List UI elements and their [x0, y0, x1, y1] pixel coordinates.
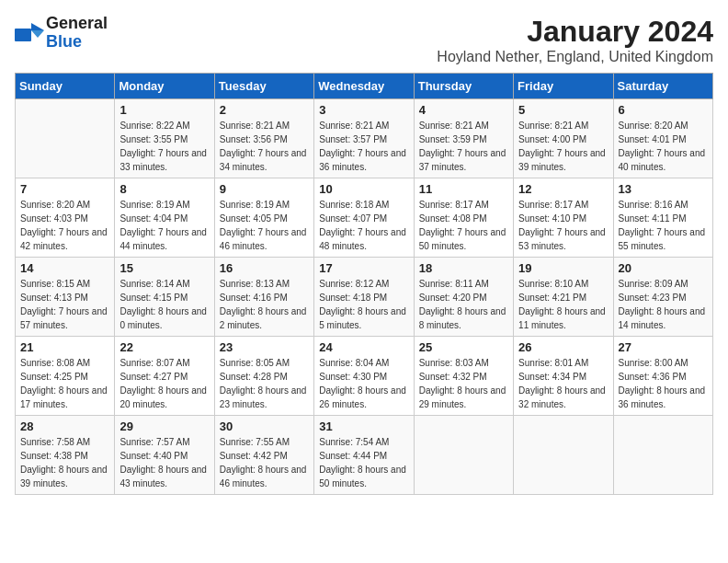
- day-number: 31: [319, 419, 408, 433]
- day-info: Sunrise: 8:14 AMSunset: 4:15 PMDaylight:…: [119, 277, 209, 332]
- day-cell: 31Sunrise: 7:54 AMSunset: 4:44 PMDayligh…: [314, 416, 414, 495]
- day-cell: 18Sunrise: 8:11 AMSunset: 4:20 PMDayligh…: [414, 258, 513, 337]
- day-number: 11: [419, 182, 508, 196]
- month-title: January 2024: [437, 15, 713, 49]
- title-block: January 2024 Hoyland Nether, England, Un…: [437, 15, 713, 65]
- day-info: Sunrise: 8:09 AMSunset: 4:23 PMDaylight:…: [619, 277, 708, 332]
- svg-rect-0: [15, 29, 31, 41]
- day-cell: 8Sunrise: 8:19 AMSunset: 4:04 PMDaylight…: [115, 178, 214, 258]
- day-number: 25: [419, 340, 508, 354]
- header-sunday: Sunday: [16, 74, 115, 99]
- day-cell: 11Sunrise: 8:17 AMSunset: 4:08 PMDayligh…: [414, 178, 513, 258]
- day-info: Sunrise: 8:20 AMSunset: 4:01 PMDaylight:…: [619, 119, 708, 174]
- day-info: Sunrise: 8:19 AMSunset: 4:05 PMDaylight:…: [220, 198, 309, 253]
- day-cell: 17Sunrise: 8:12 AMSunset: 4:18 PMDayligh…: [314, 258, 414, 337]
- day-info: Sunrise: 8:18 AMSunset: 4:07 PMDaylight:…: [319, 198, 408, 253]
- day-number: 21: [20, 340, 109, 354]
- day-number: 26: [518, 340, 608, 354]
- day-number: 16: [220, 261, 309, 275]
- day-number: 13: [619, 182, 708, 196]
- day-number: 28: [20, 419, 109, 433]
- week-row-1: 1Sunrise: 8:22 AMSunset: 3:55 PMDaylight…: [16, 99, 713, 178]
- calendar-table: SundayMondayTuesdayWednesdayThursdayFrid…: [15, 73, 713, 495]
- day-info: Sunrise: 8:17 AMSunset: 4:08 PMDaylight:…: [419, 198, 508, 253]
- page-header: General Blue January 2024 Hoyland Nether…: [15, 15, 713, 65]
- svg-marker-2: [31, 30, 44, 38]
- day-cell: 21Sunrise: 8:08 AMSunset: 4:25 PMDayligh…: [16, 337, 115, 416]
- day-cell: 6Sunrise: 8:20 AMSunset: 4:01 PMDaylight…: [613, 99, 712, 178]
- day-cell: 9Sunrise: 8:19 AMSunset: 4:05 PMDaylight…: [214, 178, 313, 258]
- logo-line2: Blue: [46, 33, 108, 52]
- header-saturday: Saturday: [613, 74, 712, 99]
- day-cell: 28Sunrise: 7:58 AMSunset: 4:38 PMDayligh…: [16, 416, 115, 495]
- day-info: Sunrise: 7:58 AMSunset: 4:38 PMDaylight:…: [20, 435, 109, 490]
- day-number: 4: [419, 103, 508, 117]
- day-cell: 13Sunrise: 8:16 AMSunset: 4:11 PMDayligh…: [613, 178, 712, 258]
- day-info: Sunrise: 8:03 AMSunset: 4:32 PMDaylight:…: [419, 356, 508, 411]
- day-number: 5: [518, 103, 608, 117]
- day-number: 1: [119, 103, 209, 117]
- day-info: Sunrise: 8:21 AMSunset: 3:57 PMDaylight:…: [319, 119, 408, 174]
- day-number: 17: [319, 261, 408, 275]
- day-info: Sunrise: 8:21 AMSunset: 4:00 PMDaylight:…: [518, 119, 608, 174]
- day-info: Sunrise: 7:55 AMSunset: 4:42 PMDaylight:…: [220, 435, 309, 490]
- location-subtitle: Hoyland Nether, England, United Kingdom: [437, 49, 713, 65]
- week-row-2: 7Sunrise: 8:20 AMSunset: 4:03 PMDaylight…: [16, 178, 713, 258]
- week-row-3: 14Sunrise: 8:15 AMSunset: 4:13 PMDayligh…: [16, 258, 713, 337]
- day-cell: 1Sunrise: 8:22 AMSunset: 3:55 PMDaylight…: [115, 99, 214, 178]
- header-wednesday: Wednesday: [314, 74, 414, 99]
- day-cell: 26Sunrise: 8:01 AMSunset: 4:34 PMDayligh…: [514, 337, 613, 416]
- day-cell: [514, 416, 613, 495]
- day-number: 7: [20, 182, 109, 196]
- day-number: 6: [619, 103, 708, 117]
- header-tuesday: Tuesday: [214, 74, 313, 99]
- day-cell: 20Sunrise: 8:09 AMSunset: 4:23 PMDayligh…: [613, 258, 712, 337]
- day-info: Sunrise: 8:21 AMSunset: 3:59 PMDaylight:…: [419, 119, 508, 174]
- day-info: Sunrise: 8:20 AMSunset: 4:03 PMDaylight:…: [20, 198, 109, 253]
- day-number: 10: [319, 182, 408, 196]
- day-cell: [613, 416, 712, 495]
- day-info: Sunrise: 8:19 AMSunset: 4:04 PMDaylight:…: [119, 198, 209, 253]
- day-cell: 23Sunrise: 8:05 AMSunset: 4:28 PMDayligh…: [214, 337, 313, 416]
- day-info: Sunrise: 8:22 AMSunset: 3:55 PMDaylight:…: [119, 119, 209, 174]
- day-info: Sunrise: 8:08 AMSunset: 4:25 PMDaylight:…: [20, 356, 109, 411]
- logo-icon: [15, 21, 44, 45]
- day-info: Sunrise: 7:54 AMSunset: 4:44 PMDaylight:…: [319, 435, 408, 490]
- day-number: 24: [319, 340, 408, 354]
- day-info: Sunrise: 8:13 AMSunset: 4:16 PMDaylight:…: [220, 277, 309, 332]
- day-info: Sunrise: 8:15 AMSunset: 4:13 PMDaylight:…: [20, 277, 109, 332]
- logo-line1: General: [46, 15, 108, 33]
- day-cell: 25Sunrise: 8:03 AMSunset: 4:32 PMDayligh…: [414, 337, 513, 416]
- day-cell: 10Sunrise: 8:18 AMSunset: 4:07 PMDayligh…: [314, 178, 414, 258]
- day-cell: [16, 99, 115, 178]
- day-number: 30: [220, 419, 309, 433]
- day-cell: 24Sunrise: 8:04 AMSunset: 4:30 PMDayligh…: [314, 337, 414, 416]
- day-number: 14: [20, 261, 109, 275]
- day-cell: 3Sunrise: 8:21 AMSunset: 3:57 PMDaylight…: [314, 99, 414, 178]
- day-info: Sunrise: 8:11 AMSunset: 4:20 PMDaylight:…: [419, 277, 508, 332]
- day-cell: 12Sunrise: 8:17 AMSunset: 4:10 PMDayligh…: [514, 178, 613, 258]
- week-row-4: 21Sunrise: 8:08 AMSunset: 4:25 PMDayligh…: [16, 337, 713, 416]
- day-cell: 16Sunrise: 8:13 AMSunset: 4:16 PMDayligh…: [214, 258, 313, 337]
- day-number: 18: [419, 261, 508, 275]
- day-number: 15: [119, 261, 209, 275]
- day-number: 23: [220, 340, 309, 354]
- day-info: Sunrise: 8:17 AMSunset: 4:10 PMDaylight:…: [518, 198, 608, 253]
- header-thursday: Thursday: [414, 74, 513, 99]
- day-info: Sunrise: 8:21 AMSunset: 3:56 PMDaylight:…: [220, 119, 309, 174]
- logo: General Blue: [15, 15, 108, 52]
- day-cell: 2Sunrise: 8:21 AMSunset: 3:56 PMDaylight…: [214, 99, 313, 178]
- day-cell: [414, 416, 513, 495]
- header-friday: Friday: [514, 74, 613, 99]
- day-cell: 15Sunrise: 8:14 AMSunset: 4:15 PMDayligh…: [115, 258, 214, 337]
- day-cell: 27Sunrise: 8:00 AMSunset: 4:36 PMDayligh…: [613, 337, 712, 416]
- day-cell: 5Sunrise: 8:21 AMSunset: 4:00 PMDaylight…: [514, 99, 613, 178]
- week-row-5: 28Sunrise: 7:58 AMSunset: 4:38 PMDayligh…: [16, 416, 713, 495]
- header-row: SundayMondayTuesdayWednesdayThursdayFrid…: [16, 74, 713, 99]
- day-number: 19: [518, 261, 608, 275]
- day-info: Sunrise: 8:01 AMSunset: 4:34 PMDaylight:…: [518, 356, 608, 411]
- day-info: Sunrise: 8:04 AMSunset: 4:30 PMDaylight:…: [319, 356, 408, 411]
- day-cell: 4Sunrise: 8:21 AMSunset: 3:59 PMDaylight…: [414, 99, 513, 178]
- day-cell: 22Sunrise: 8:07 AMSunset: 4:27 PMDayligh…: [115, 337, 214, 416]
- day-info: Sunrise: 8:00 AMSunset: 4:36 PMDaylight:…: [619, 356, 708, 411]
